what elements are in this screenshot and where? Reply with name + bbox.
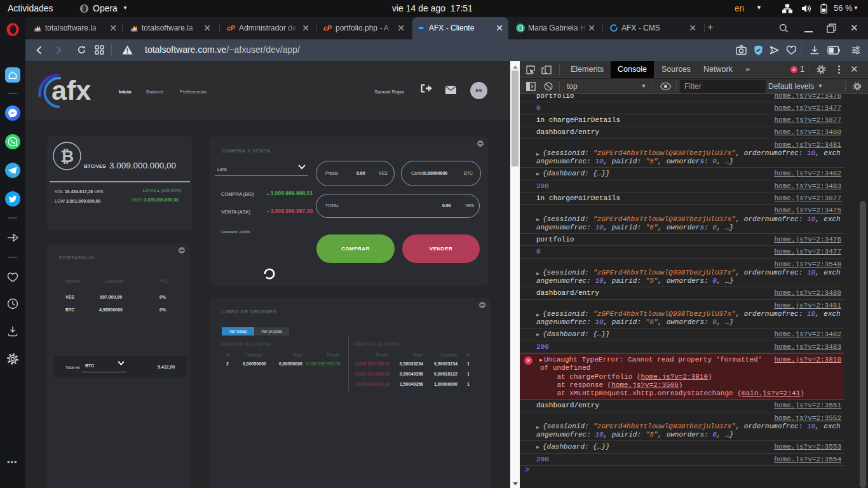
svg-text:₿: ₿ (60, 147, 74, 166)
svg-text:PSI: PSI (133, 29, 136, 32)
svg-text:afx: afx (51, 75, 91, 105)
svg-text:cP: cP (227, 24, 236, 32)
svg-text:afx: afx (419, 26, 424, 30)
svg-text:cP: cP (323, 24, 332, 32)
svg-text:PSI: PSI (36, 29, 39, 32)
